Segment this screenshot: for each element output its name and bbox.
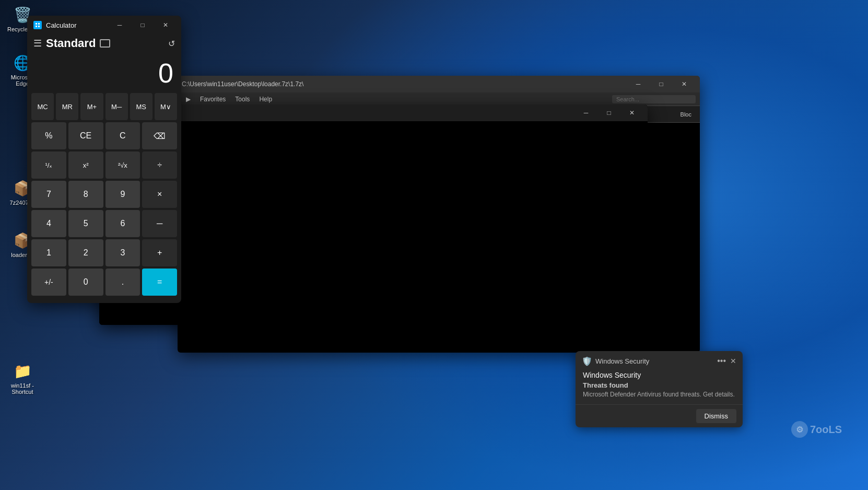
btn-4[interactable]: 4 bbox=[31, 210, 66, 237]
win11-shortcut-icon: 📁 bbox=[12, 360, 33, 381]
explorer-titlebar: C:\Users\win11user\Desktop\loader.7z\1.7… bbox=[178, 76, 700, 92]
calculator-header: ☰ Standard ↺ bbox=[27, 34, 181, 52]
btn-0[interactable]: 0 bbox=[68, 269, 103, 296]
explorer-menu-help[interactable]: Help bbox=[255, 95, 276, 104]
calculator-window-controls: ─ □ ✕ bbox=[108, 18, 177, 32]
btn-square[interactable]: x² bbox=[68, 151, 103, 179]
notification-dismiss-button[interactable]: Dismiss bbox=[696, 409, 737, 423]
btn-3[interactable]: 3 bbox=[105, 239, 140, 266]
explorer-close-button[interactable]: ✕ bbox=[673, 77, 696, 91]
calculator-titlebar-left: Calculator bbox=[33, 21, 77, 29]
calculator-header-left: ☰ Standard bbox=[33, 37, 110, 50]
btn-multiply[interactable]: × bbox=[142, 181, 177, 208]
btn-8[interactable]: 8 bbox=[68, 181, 103, 208]
calculator-mode-title: Standard bbox=[46, 37, 96, 50]
notification-more-button[interactable]: ••• bbox=[717, 356, 726, 366]
terminal-maximize-button[interactable]: □ bbox=[597, 106, 620, 120]
windows-security-notification: 🛡️ Windows Security ••• ✕ Windows Securi… bbox=[576, 351, 743, 427]
btn-plus-minus[interactable]: +/- bbox=[31, 269, 66, 296]
logo-text: 7ooLS bbox=[810, 424, 842, 436]
btn-reciprocal[interactable]: ¹/ₓ bbox=[31, 151, 66, 179]
notification-description: Microsoft Defender Antivirus found threa… bbox=[583, 390, 735, 399]
btn-5[interactable]: 5 bbox=[68, 210, 103, 237]
explorer-menu-favorites[interactable]: Favorites bbox=[196, 95, 230, 104]
calculator-display: 0 bbox=[27, 52, 181, 91]
calculator-history-button[interactable]: ↺ bbox=[168, 39, 175, 49]
btn-mr[interactable]: MR bbox=[56, 93, 78, 120]
terminal-window: ...\AppData\ ✕ + ∨ ─ □ ✕ bbox=[99, 104, 648, 325]
btn-sqrt[interactable]: ²√x bbox=[105, 151, 140, 179]
btn-7[interactable]: 7 bbox=[31, 181, 66, 208]
terminal-titlebar: ...\AppData\ ✕ + ∨ ─ □ ✕ bbox=[99, 104, 648, 121]
btn-percent[interactable]: % bbox=[31, 122, 66, 149]
btn-equals[interactable]: = bbox=[142, 269, 177, 296]
btn-divide[interactable]: ÷ bbox=[142, 151, 177, 179]
calculator-menu-button[interactable]: ☰ bbox=[33, 38, 42, 49]
calc-row-1: % CE C ⌫ bbox=[31, 122, 177, 149]
btn-9[interactable]: 9 bbox=[105, 181, 140, 208]
btn-ms[interactable]: MS bbox=[130, 93, 153, 120]
desktop-icon-win11-shortcut[interactable]: 📁 win11sf - Shortcut bbox=[4, 360, 41, 395]
calculator-buttons: MC MR M+ M─ MS M∨ % CE C ⌫ ¹/ₓ x² ²√x ÷ bbox=[27, 91, 181, 303]
explorer-sidebar-text: Bloc bbox=[681, 111, 691, 118]
explorer-title: C:\Users\win11user\Desktop\loader.7z\1.7… bbox=[182, 80, 303, 88]
logo-icon: ⚙ bbox=[791, 421, 808, 438]
calc-row-3: 7 8 9 × bbox=[31, 181, 177, 208]
notification-close-button[interactable]: ✕ bbox=[730, 357, 736, 365]
btn-mc[interactable]: MC bbox=[31, 93, 54, 120]
calculator-maximize-button[interactable]: □ bbox=[131, 18, 154, 32]
btn-backspace[interactable]: ⌫ bbox=[142, 122, 177, 149]
calculator-snap-icon[interactable] bbox=[100, 39, 110, 48]
calculator-close-button[interactable]: ✕ bbox=[154, 18, 177, 32]
notification-subtitle: Threats found bbox=[583, 381, 735, 389]
explorer-menu-play[interactable]: ▶ bbox=[182, 95, 195, 104]
explorer-window-controls: ─ □ ✕ bbox=[627, 77, 696, 91]
svg-rect-3 bbox=[38, 26, 40, 27]
desktop: 🗑️ Recycle Bin 🌐 Microsoft Edge 📦 7z2407… bbox=[0, 0, 868, 490]
btn-m-minus[interactable]: M─ bbox=[105, 93, 128, 120]
terminal-content bbox=[99, 121, 648, 325]
notification-title: Windows Security bbox=[583, 371, 735, 379]
btn-decimal[interactable]: . bbox=[105, 269, 140, 296]
btn-add[interactable]: + bbox=[142, 239, 177, 266]
logo-watermark: ⚙ 7ooLS bbox=[791, 421, 842, 438]
terminal-window-controls: ─ □ ✕ bbox=[574, 106, 643, 120]
calculator-title: Calculator bbox=[46, 21, 77, 29]
svg-rect-2 bbox=[36, 26, 37, 27]
win11-shortcut-label: win11sf - Shortcut bbox=[4, 382, 41, 395]
btn-c[interactable]: C bbox=[105, 122, 140, 149]
notification-controls: ••• ✕ bbox=[717, 356, 736, 366]
calculator-minimize-button[interactable]: ─ bbox=[108, 18, 131, 32]
explorer-menu-tools[interactable]: Tools bbox=[231, 95, 254, 104]
terminal-minimize-button[interactable]: ─ bbox=[574, 106, 597, 120]
calculator-titlebar: Calculator ─ □ ✕ bbox=[27, 16, 181, 34]
btn-ce[interactable]: CE bbox=[68, 122, 103, 149]
explorer-search-input[interactable] bbox=[612, 95, 696, 103]
explorer-minimize-button[interactable]: ─ bbox=[627, 77, 650, 91]
btn-6[interactable]: 6 bbox=[105, 210, 140, 237]
memory-row: MC MR M+ M─ MS M∨ bbox=[31, 93, 177, 120]
btn-2[interactable]: 2 bbox=[68, 239, 103, 266]
notification-footer: Dismiss bbox=[576, 404, 743, 427]
calc-row-2: ¹/ₓ x² ²√x ÷ bbox=[31, 151, 177, 179]
calc-row-4: 4 5 6 ─ bbox=[31, 210, 177, 237]
btn-1[interactable]: 1 bbox=[31, 239, 66, 266]
svg-rect-1 bbox=[38, 23, 40, 25]
calculator-app-icon bbox=[33, 21, 42, 29]
btn-subtract[interactable]: ─ bbox=[142, 210, 177, 237]
calculator-window: Calculator ─ □ ✕ ☰ Standard ↺ 0 MC MR bbox=[27, 16, 181, 303]
notification-header-left: 🛡️ Windows Security bbox=[582, 356, 649, 366]
svg-rect-0 bbox=[36, 23, 37, 25]
calc-row-5: 1 2 3 + bbox=[31, 239, 177, 266]
windows-security-icon: 🛡️ bbox=[582, 356, 591, 366]
btn-mv[interactable]: M∨ bbox=[155, 93, 177, 120]
notification-body: Windows Security Threats found Microsoft… bbox=[576, 369, 743, 404]
terminal-close-button[interactable]: ✕ bbox=[620, 106, 643, 120]
explorer-maximize-button[interactable]: □ bbox=[650, 77, 673, 91]
notification-header: 🛡️ Windows Security ••• ✕ bbox=[576, 351, 743, 369]
btn-m-plus[interactable]: M+ bbox=[80, 93, 103, 120]
calc-row-6: +/- 0 . = bbox=[31, 269, 177, 296]
notification-app-name: Windows Security bbox=[595, 357, 649, 365]
